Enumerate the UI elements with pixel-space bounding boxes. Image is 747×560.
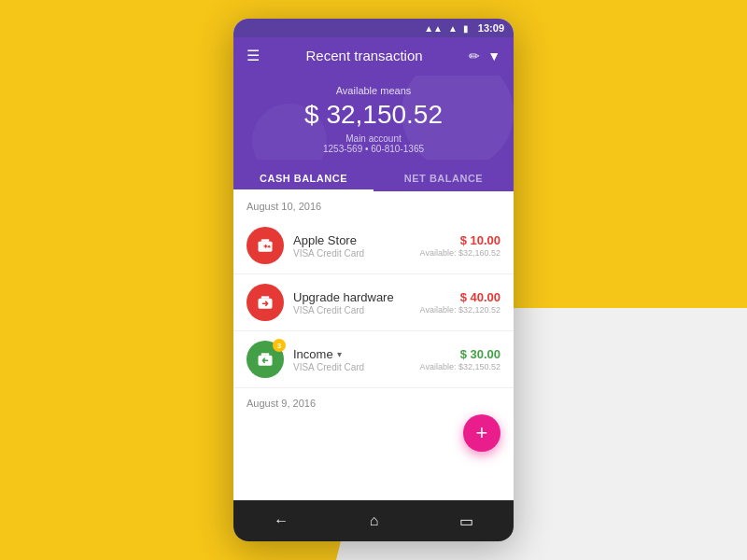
account-label: Main account: [247, 133, 500, 144]
wallet-icon: [256, 236, 275, 255]
tx-name-hardware: Upgrade hardware: [293, 290, 420, 304]
edit-icon[interactable]: ✏: [469, 49, 480, 63]
svg-point-2: [268, 245, 271, 248]
tx-icon-income: 3: [247, 341, 284, 378]
tx-name-income: Income ▾: [293, 347, 420, 361]
tx-icon-hardware: [247, 284, 284, 321]
balance-section: Available means $ 32,150.52 Main account…: [233, 76, 514, 165]
tx-name-apple: Apple Store: [293, 233, 420, 247]
tx-sub-income: VISA Credit Card: [293, 362, 420, 372]
account-number: 1253-569 • 60-810-1365: [247, 144, 500, 154]
home-nav-icon[interactable]: ⌂: [370, 512, 379, 529]
balance-amount: $ 32,150.52: [247, 100, 500, 130]
battery-icon: ▮: [463, 23, 469, 34]
tx-info-income: Income ▾ VISA Credit Card: [293, 347, 420, 372]
tx-amount-apple: $ 10.00: [420, 233, 500, 247]
date-header-2: August 9, 2016: [233, 388, 514, 414]
tx-info-apple: Apple Store VISA Credit Card: [293, 233, 420, 259]
bottom-nav: ← ⌂ ▭: [233, 500, 514, 541]
dropdown-icon: ▾: [337, 349, 342, 359]
recents-nav-icon[interactable]: ▭: [459, 512, 473, 530]
tx-amount-section-hardware: $ 40.00 Available: $32,120.52: [420, 290, 500, 315]
wallet-arrow-icon: [256, 293, 275, 312]
tx-sub-apple: VISA Credit Card: [293, 248, 420, 259]
tab-cash-balance[interactable]: CASH BALANCE: [233, 165, 374, 191]
page-title: Recent transaction: [260, 48, 469, 63]
tab-net-balance[interactable]: NET BALANCE: [374, 165, 514, 191]
phone-container: ▲▲ ▲ ▮ 13:09 ☰ Recent transaction ✏ ▼ Av…: [233, 19, 514, 541]
status-time: 13:09: [478, 22, 504, 34]
tx-available-income: Available: $32,150.52: [420, 362, 500, 371]
badge-income: 3: [273, 339, 286, 352]
income-icon: [256, 350, 275, 369]
tx-amount-income: $ 30.00: [420, 347, 500, 361]
header-top: ☰ Recent transaction ✏ ▼: [247, 47, 500, 64]
tx-amount-hardware: $ 40.00: [420, 290, 500, 304]
transactions-list: August 10, 2016 Apple Store VISA Credit …: [233, 191, 514, 500]
transaction-item-hardware[interactable]: Upgrade hardware VISA Credit Card $ 40.0…: [233, 274, 514, 331]
transaction-item[interactable]: Apple Store VISA Credit Card $ 10.00 Ava…: [233, 217, 514, 274]
available-label: Available means: [247, 85, 500, 96]
fab-add-button[interactable]: +: [463, 414, 500, 452]
tx-available-hardware: Available: $32,120.52: [420, 305, 500, 315]
status-bar: ▲▲ ▲ ▮ 13:09: [233, 19, 514, 37]
tab-bar: CASH BALANCE NET BALANCE: [233, 165, 514, 191]
filter-icon[interactable]: ▼: [487, 49, 500, 63]
signal-icon: ▲▲: [424, 23, 443, 34]
tx-available-apple: Available: $32,160.52: [420, 248, 500, 258]
tx-icon-apple: [247, 227, 284, 264]
app-header: ☰ Recent transaction ✏ ▼: [233, 37, 514, 76]
date-header-1: August 10, 2016: [233, 191, 514, 217]
tx-amount-section-income: $ 30.00 Available: $32,150.52: [420, 347, 500, 371]
back-nav-icon[interactable]: ←: [274, 512, 289, 529]
tx-amount-section-apple: $ 10.00 Available: $32,160.52: [420, 233, 500, 258]
tx-info-hardware: Upgrade hardware VISA Credit Card: [293, 290, 420, 315]
svg-rect-1: [259, 242, 273, 245]
tx-sub-hardware: VISA Credit Card: [293, 305, 420, 315]
transaction-item-income[interactable]: 3 Income ▾ VISA Credit Card $ 30.00 Avai…: [233, 331, 514, 388]
menu-icon[interactable]: ☰: [247, 47, 260, 64]
wifi-icon: ▲: [448, 23, 458, 34]
